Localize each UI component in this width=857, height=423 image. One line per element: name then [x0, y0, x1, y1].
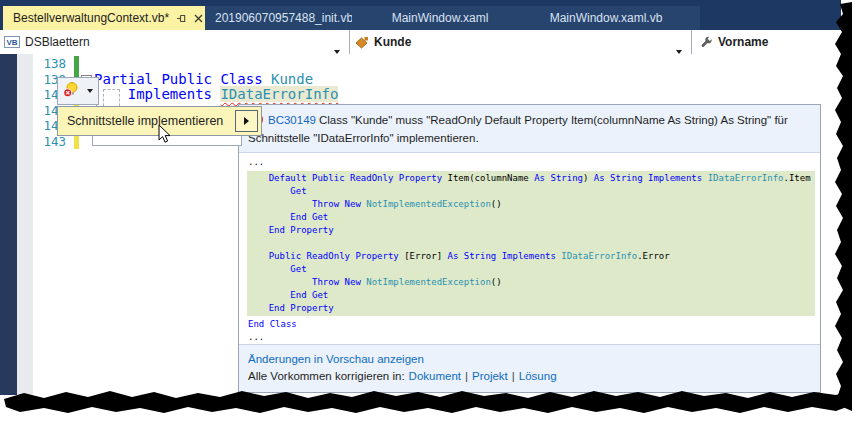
preview-ellipsis-bottom: ... [239, 331, 820, 344]
code-token: Partial Public Class [94, 71, 271, 87]
code-token: End Property [269, 225, 334, 235]
code-token: Get [290, 264, 306, 274]
code-token: ) [583, 173, 594, 183]
tab-label: MainWindow.xaml [392, 11, 489, 25]
navbar-separator [349, 30, 350, 54]
editor-line: 139Partial Public Class Kunde [0, 72, 820, 88]
code-token: .Error [637, 251, 670, 261]
code-token: IDataErrorInfo [708, 173, 784, 183]
fix-all-document-link[interactable]: Dokument [409, 370, 461, 382]
code-token: Throw New [312, 199, 366, 209]
code-token [247, 264, 290, 274]
error-code-link[interactable]: BC30149 [268, 114, 316, 126]
code-token [247, 251, 269, 261]
code-token: End Get [290, 290, 328, 300]
code-token: IDataErrorInfo [561, 251, 637, 261]
tooltip-footer: Änderungen in Vorschau anzeigen Alle Vor… [239, 344, 820, 392]
code-token: [Error] [404, 251, 447, 261]
code-token: As String Implements [448, 251, 562, 261]
editor-line: 138 [0, 56, 820, 72]
preview-code-line: Default Public ReadOnly Property Item(co… [247, 172, 815, 185]
preview-code-line: Get [247, 263, 815, 276]
project-dropdown-value: DSBlaettern [25, 35, 90, 49]
code-token: IDataErrorInfo [220, 86, 338, 102]
code-token [247, 277, 312, 287]
preview-code-line: End Class [248, 318, 820, 331]
code-token: NotImplementedException [366, 277, 491, 287]
type-dropdown-value: Kunde [374, 35, 411, 49]
code-token [247, 199, 312, 209]
preview-code-line [247, 237, 815, 250]
preview-code-line: Throw New NotImplementedException() [247, 276, 815, 289]
code-token [247, 173, 269, 183]
code-text: Implements IDataErrorInfo [94, 87, 338, 103]
document-tab-bar: BestellverwaltungContext.vb* 20190607095… [0, 0, 841, 30]
tab-mainwindow-xaml-vb[interactable]: MainWindow.xaml.vb [512, 6, 700, 30]
code-token: Implements [128, 86, 221, 102]
fix-all-label: Alle Vorkommen korrigieren in: [248, 370, 405, 382]
preview-code-line: Public ReadOnly Property [Error] As Stri… [247, 250, 815, 263]
code-token: NotImplementedException [366, 199, 491, 209]
editor-line: 140 Implements IDataErrorInfo [0, 87, 820, 103]
tab-mainwindow-xaml[interactable]: MainWindow.xaml [352, 6, 528, 30]
code-token: () [491, 277, 502, 287]
preview-code-line: Throw New NotImplementedException() [247, 198, 815, 211]
preview-changes-link[interactable]: Änderungen in Vorschau anzeigen [248, 353, 424, 365]
preview-code-line: End Property [247, 224, 815, 237]
code-token [247, 225, 269, 235]
type-dropdown[interactable]: Kunde [355, 30, 411, 54]
lightbulb-button[interactable] [57, 77, 99, 105]
class-icon [355, 36, 369, 49]
code-token [247, 290, 290, 300]
fix-all-solution-link[interactable]: Lösung [519, 370, 557, 382]
line-number: 138 [36, 56, 66, 72]
chevron-right-icon [244, 117, 249, 125]
preview-code-line: End Get [247, 289, 815, 302]
code-token: Kunde [271, 71, 313, 87]
tab-label: MainWindow.xaml.vb [550, 11, 663, 25]
separator: | [512, 370, 515, 382]
preview-code-line: Get [247, 185, 815, 198]
tab-bestellverwaltungcontext[interactable]: BestellverwaltungContext.vb* [3, 6, 213, 30]
separator: | [465, 370, 468, 382]
tab-label: BestellverwaltungContext.vb* [13, 11, 169, 25]
code-token: Get [290, 186, 306, 196]
vs-editor-window: BestellverwaltungContext.vb* 20190607095… [0, 0, 857, 423]
code-token: End Get [290, 212, 328, 222]
project-dropdown[interactable]: VB DSBlaettern [4, 30, 90, 54]
navbar-separator [691, 30, 692, 54]
preview-context-code: End Class [239, 318, 820, 331]
code-token [247, 303, 269, 313]
code-token: End Class [248, 319, 297, 329]
error-message: Class "Kunde" muss "ReadOnly Default Pro… [248, 114, 788, 144]
preview-inserted-code: Default Public ReadOnly Property Item(co… [247, 171, 815, 316]
preview-ellipsis-top: ... [239, 156, 820, 169]
submenu-arrow-button[interactable] [235, 110, 258, 132]
error-tooltip-header: BC30149Class "Kunde" muss "ReadOnly Defa… [239, 105, 820, 153]
code-token: End Property [269, 303, 334, 313]
fix-all-project-link[interactable]: Projekt [472, 370, 508, 382]
code-token: As String Implements [594, 173, 708, 183]
code-token: Throw New [312, 277, 366, 287]
wrench-icon [700, 36, 713, 49]
tab-label: 201906070957488_init.vb [215, 11, 353, 25]
svg-text:VB: VB [6, 38, 17, 47]
code-token [247, 212, 290, 222]
error-tooltip: BC30149Class "Kunde" muss "ReadOnly Defa… [238, 104, 821, 393]
code-token: Item(columnName [448, 173, 535, 183]
code-text: Partial Public Class Kunde [94, 72, 313, 88]
lightbulb-error-icon [63, 81, 81, 102]
code-token: Public ReadOnly Property [269, 251, 404, 261]
preview-code-line: End Get [247, 211, 815, 224]
code-token: () [491, 199, 502, 209]
pin-icon[interactable] [176, 13, 187, 24]
member-dropdown[interactable]: Vorname [700, 30, 768, 54]
code-token: Default Public ReadOnly Property [269, 173, 448, 183]
code-token: .Item [783, 173, 810, 183]
preview-code-line: End Property [247, 302, 815, 315]
fix-preview-body: ... Default Public ReadOnly Property Ite… [239, 153, 820, 344]
code-token [247, 186, 290, 196]
menu-item-implement-interface[interactable]: Schnittstelle implementieren [58, 114, 223, 128]
tab-init-vb[interactable]: 201906070957488_init.vb [205, 6, 363, 30]
close-icon[interactable] [194, 14, 203, 23]
